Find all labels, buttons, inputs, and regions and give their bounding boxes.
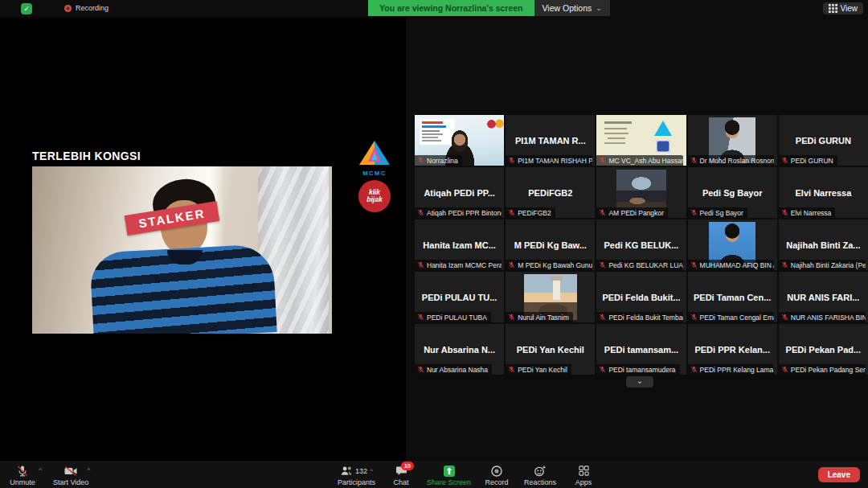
apps-grid-icon: [578, 465, 590, 477]
participant-name-label: MC VC_Ash Abu Hassan: [596, 155, 683, 166]
participants-count: 132: [355, 467, 367, 475]
participant-tile[interactable]: PEDi Felda Bukit... PEDi Felda Bukit Tem…: [596, 272, 686, 322]
participant-tile[interactable]: Nurul Ain Tasnim: [506, 272, 595, 322]
participant-name-text: AM PEDi Pangkor: [608, 209, 664, 217]
meeting-toolbar: ^ Unmute ^ Start Video: [0, 461, 868, 488]
leave-button[interactable]: Leave: [818, 467, 860, 482]
participant-name-label: PEDi Taman Cengal Emas: [688, 312, 775, 322]
record-label: Record: [485, 478, 509, 486]
participant-tile[interactable]: M PEDi Kg Baw... M PEDi Kg Bawah Gunung: [506, 219, 595, 270]
participant-tile[interactable]: Atiqah PEDi PP... Atiqah PEDi PPR Binton…: [415, 167, 504, 218]
participant-tile[interactable]: Norrazlina: [415, 115, 504, 166]
participant-tile[interactable]: PI1M TAMAN R... PI1M TAMAN RISHAH PER...: [506, 115, 595, 166]
view-button[interactable]: View: [823, 2, 864, 14]
muted-mic-icon: [690, 261, 698, 269]
participant-name-text: PEDi GURUN: [791, 157, 833, 165]
participant-tile[interactable]: PEDi Pekan Pad... PEDi Pekan Padang Sera…: [779, 324, 868, 375]
participant-name-text: PEDiFGB2: [518, 209, 551, 217]
start-video-label: Start Video: [53, 478, 88, 486]
toolbar-left-group: ^ Unmute ^ Start Video: [5, 464, 88, 486]
participant-name-text: Elvi Narressa: [791, 209, 832, 217]
participants-button[interactable]: 132 ^ Participants: [338, 464, 375, 486]
participant-tile[interactable]: AM PEDi Pangkor: [596, 167, 686, 218]
participant-name-label: PEDi Pekan Padang Sera (M): [779, 364, 866, 375]
participant-name-text: M PEDi Kg Bawah Gunung: [518, 261, 592, 269]
participant-name-text: Atiqah PEDi PPR Bintong: [427, 209, 502, 217]
participant-name-label: PEDi GURUN: [779, 155, 837, 166]
participant-name-text: Najihah Binti Zakaria (Pedi ...: [791, 261, 866, 269]
participant-name-label: Pedi KG BELUKAR LUAS: [596, 260, 683, 270]
muted-mic-icon: [690, 157, 698, 164]
grid-view-icon: [829, 4, 837, 13]
muted-mic-icon: [690, 209, 698, 216]
participant-tile[interactable]: PEDi Taman Cen... PEDi Taman Cengal Emas: [688, 272, 777, 322]
unmute-button[interactable]: ^ Unmute: [5, 464, 40, 486]
participant-tile[interactable]: Nur Absarina N... Nur Absarina Nasha: [415, 324, 504, 375]
muted-mic-icon: [599, 209, 606, 216]
viewing-screen-banner: You are viewing Norrazlina's screen: [368, 0, 534, 16]
share-screen-button[interactable]: Share Screen: [427, 464, 471, 486]
mcmc-logo: MCMC: [356, 140, 393, 177]
muted-mic-icon: [599, 366, 606, 373]
participant-name-text: PEDi Taman Cengal Emas: [700, 314, 775, 322]
caret-up-icon[interactable]: ^: [39, 466, 42, 474]
participant-name-label: Pedi Sg Bayor: [688, 207, 747, 218]
participant-name-label: NUR ANIS FARISHA BINTI A...: [779, 312, 866, 322]
chat-button[interactable]: 10 Chat: [383, 464, 419, 486]
participant-name-text: Norrazlina: [427, 157, 458, 165]
participant-tile[interactable]: MUHAMMAD AFIQ BIN AB...: [688, 219, 777, 270]
security-shield-icon[interactable]: ✓: [21, 3, 32, 14]
participant-name-text: MC VC_Ash Abu Hassan: [608, 157, 683, 165]
participant-name-text: PEDi Pekan Padang Sera (M): [791, 366, 866, 374]
reactions-button[interactable]: Reactions: [522, 464, 558, 486]
participant-tile[interactable]: Najihah Binti Za... Najihah Binti Zakari…: [779, 219, 868, 270]
participant-tile[interactable]: Pedi Sg Bayor Pedi Sg Bayor: [688, 167, 777, 218]
muted-mic-icon: [508, 209, 515, 216]
participant-name-label: AM PEDi Pangkor: [596, 207, 668, 218]
participant-tile[interactable]: Elvi Narressa Elvi Narressa: [779, 167, 868, 218]
participant-tile[interactable]: PEDi tamansam... PEDi tamansamudera: [596, 324, 686, 375]
chat-unread-badge: 10: [401, 461, 414, 470]
view-options-dropdown[interactable]: View Options ⌄: [534, 0, 610, 16]
klik-dengan-bijak-logo: klik bijak: [358, 180, 391, 212]
participant-name-label: PI1M TAMAN RISHAH PER...: [506, 155, 592, 166]
participant-name-text: Pedi KG BELUKAR LUAS: [608, 261, 683, 269]
participant-tile[interactable]: MC VC_Ash Abu Hassan: [596, 115, 686, 166]
slide-video-still: STALKER: [32, 166, 332, 334]
recording-label: Recording: [76, 4, 108, 12]
participant-tile[interactable]: PEDiFGB2 PEDiFGB2: [506, 167, 595, 218]
participant-name-label: Nurul Ain Tasnim: [506, 312, 573, 322]
view-options-label: View Options: [542, 0, 592, 16]
muted-mic-icon: [599, 157, 606, 164]
participant-tile[interactable]: PEDi GURUN PEDi GURUN: [779, 115, 868, 166]
participant-tile[interactable]: Pedi KG BELUK... Pedi KG BELUKAR LUAS: [596, 219, 686, 270]
caret-up-icon[interactable]: ^: [370, 467, 373, 474]
muted-mic-icon: [690, 314, 698, 321]
gallery-scroll-down-button[interactable]: ⌄: [626, 376, 653, 388]
klik-logo-word2: bijak: [366, 196, 382, 203]
muted-mic-icon: [781, 157, 788, 164]
muted-mic-icon: [690, 366, 698, 373]
participant-name-text: PEDi PULAU TUBA: [427, 314, 487, 322]
toolbar-center-group: 132 ^ Participants 10 Chat: [338, 464, 601, 486]
start-video-button[interactable]: ^ Start Video: [53, 464, 88, 486]
muted-mic-icon: [781, 314, 788, 321]
apps-button[interactable]: Apps: [566, 464, 601, 486]
participant-tile[interactable]: PEDi PULAU TU... PEDi PULAU TUBA: [415, 272, 504, 322]
participant-name-label: Nur Absarina Nasha: [415, 364, 492, 375]
participant-tile[interactable]: NUR ANIS FARI... NUR ANIS FARISHA BINTI …: [779, 272, 868, 322]
participant-tile[interactable]: PEDi Yan Kechil PEDi Yan Kechil: [506, 324, 595, 375]
participant-name-label: PEDi Felda Bukit Tembaga: [596, 312, 683, 322]
video-off-icon: [63, 465, 78, 478]
participant-name-text: NUR ANIS FARISHA BINTI A...: [791, 314, 866, 322]
participant-name-label: Norrazlina: [415, 155, 462, 166]
participant-name-text: Dr Mohd Roslan Rosnon: [700, 157, 775, 165]
participant-tile[interactable]: Hanita Izam MC... Hanita Izam MCMC Perak: [415, 219, 504, 270]
participant-tile[interactable]: PEDi PPR Kelan... PEDi PPR Kelang Lama: [688, 324, 777, 375]
participant-name-text: Nurul Ain Tasnim: [518, 314, 569, 322]
mcmc-triangle-icon: [358, 140, 391, 166]
participant-name-label: Dr Mohd Roslan Rosnon: [688, 155, 775, 166]
caret-up-icon[interactable]: ^: [88, 466, 91, 474]
record-button[interactable]: Record: [479, 464, 514, 486]
participant-tile[interactable]: Dr Mohd Roslan Rosnon: [688, 115, 777, 166]
